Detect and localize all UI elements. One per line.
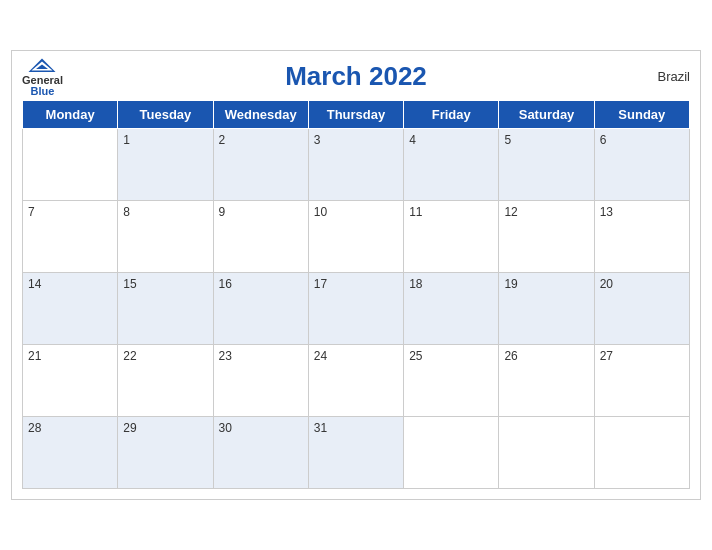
day-cell: 16 bbox=[213, 273, 308, 345]
day-cell: 4 bbox=[404, 129, 499, 201]
day-number: 8 bbox=[123, 205, 130, 219]
day-cell: 9 bbox=[213, 201, 308, 273]
day-cell: 11 bbox=[404, 201, 499, 273]
day-cell: 2 bbox=[213, 129, 308, 201]
day-number: 6 bbox=[600, 133, 607, 147]
logo-area: General Blue bbox=[22, 57, 63, 97]
day-cell: 19 bbox=[499, 273, 594, 345]
day-cell: 15 bbox=[118, 273, 213, 345]
day-cell: 28 bbox=[23, 417, 118, 489]
day-number: 26 bbox=[504, 349, 517, 363]
col-monday: Monday bbox=[23, 101, 118, 129]
day-cell: 3 bbox=[308, 129, 403, 201]
day-number: 12 bbox=[504, 205, 517, 219]
day-number: 21 bbox=[28, 349, 41, 363]
week-row-0: 123456 bbox=[23, 129, 690, 201]
day-cell: 10 bbox=[308, 201, 403, 273]
day-cell: 17 bbox=[308, 273, 403, 345]
day-number: 25 bbox=[409, 349, 422, 363]
day-number: 13 bbox=[600, 205, 613, 219]
day-cell: 14 bbox=[23, 273, 118, 345]
col-wednesday: Wednesday bbox=[213, 101, 308, 129]
calendar-table: Monday Tuesday Wednesday Thursday Friday… bbox=[22, 100, 690, 489]
day-cell: 25 bbox=[404, 345, 499, 417]
day-number: 19 bbox=[504, 277, 517, 291]
calendar-container: General Blue March 2022 Brazil Monday Tu… bbox=[11, 50, 701, 500]
day-number: 20 bbox=[600, 277, 613, 291]
day-cell: 22 bbox=[118, 345, 213, 417]
day-number: 4 bbox=[409, 133, 416, 147]
day-number: 9 bbox=[219, 205, 226, 219]
day-number: 17 bbox=[314, 277, 327, 291]
day-cell: 1 bbox=[118, 129, 213, 201]
day-number: 11 bbox=[409, 205, 422, 219]
day-cell: 24 bbox=[308, 345, 403, 417]
day-number: 28 bbox=[28, 421, 41, 435]
day-cell: 5 bbox=[499, 129, 594, 201]
day-cell: 23 bbox=[213, 345, 308, 417]
week-row-1: 78910111213 bbox=[23, 201, 690, 273]
day-number: 22 bbox=[123, 349, 136, 363]
day-cell: 29 bbox=[118, 417, 213, 489]
calendar-title: March 2022 bbox=[285, 61, 427, 92]
day-cell: 30 bbox=[213, 417, 308, 489]
header-row: Monday Tuesday Wednesday Thursday Friday… bbox=[23, 101, 690, 129]
day-cell bbox=[594, 417, 689, 489]
day-number: 24 bbox=[314, 349, 327, 363]
day-number: 10 bbox=[314, 205, 327, 219]
day-cell bbox=[499, 417, 594, 489]
day-cell: 7 bbox=[23, 201, 118, 273]
day-cell bbox=[23, 129, 118, 201]
calendar-body: 1234567891011121314151617181920212223242… bbox=[23, 129, 690, 489]
day-number: 16 bbox=[219, 277, 232, 291]
day-number: 2 bbox=[219, 133, 226, 147]
day-cell: 21 bbox=[23, 345, 118, 417]
col-tuesday: Tuesday bbox=[118, 101, 213, 129]
logo-blue-text: Blue bbox=[31, 86, 55, 97]
day-number: 5 bbox=[504, 133, 511, 147]
col-friday: Friday bbox=[404, 101, 499, 129]
day-number: 14 bbox=[28, 277, 41, 291]
week-row-4: 28293031 bbox=[23, 417, 690, 489]
col-thursday: Thursday bbox=[308, 101, 403, 129]
day-cell: 26 bbox=[499, 345, 594, 417]
day-cell: 31 bbox=[308, 417, 403, 489]
week-row-3: 21222324252627 bbox=[23, 345, 690, 417]
day-cell: 13 bbox=[594, 201, 689, 273]
day-cell: 27 bbox=[594, 345, 689, 417]
country-label: Brazil bbox=[657, 69, 690, 84]
day-cell: 20 bbox=[594, 273, 689, 345]
day-number: 3 bbox=[314, 133, 321, 147]
col-saturday: Saturday bbox=[499, 101, 594, 129]
logo-general-text: General bbox=[22, 75, 63, 86]
day-cell: 6 bbox=[594, 129, 689, 201]
day-number: 1 bbox=[123, 133, 130, 147]
day-number: 27 bbox=[600, 349, 613, 363]
day-number: 23 bbox=[219, 349, 232, 363]
calendar-header: General Blue March 2022 Brazil bbox=[22, 61, 690, 92]
week-row-2: 14151617181920 bbox=[23, 273, 690, 345]
day-number: 15 bbox=[123, 277, 136, 291]
day-cell: 18 bbox=[404, 273, 499, 345]
day-cell: 8 bbox=[118, 201, 213, 273]
day-number: 30 bbox=[219, 421, 232, 435]
generalblue-logo-icon bbox=[27, 57, 57, 75]
day-number: 7 bbox=[28, 205, 35, 219]
day-cell: 12 bbox=[499, 201, 594, 273]
day-cell bbox=[404, 417, 499, 489]
day-number: 31 bbox=[314, 421, 327, 435]
day-number: 18 bbox=[409, 277, 422, 291]
col-sunday: Sunday bbox=[594, 101, 689, 129]
day-number: 29 bbox=[123, 421, 136, 435]
